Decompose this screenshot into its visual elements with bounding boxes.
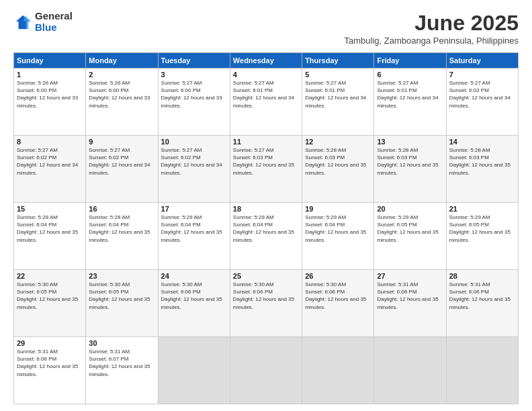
logo: General Blue — [13, 11, 73, 33]
page: General Blue June 2025 Tambulig, Zamboan… — [0, 0, 532, 411]
table-row: 22Sunrise: 5:30 AMSunset: 6:05 PMDayligh… — [14, 270, 86, 337]
table-row: 20Sunrise: 5:29 AMSunset: 6:05 PMDayligh… — [374, 203, 446, 270]
table-row: 5Sunrise: 5:27 AMSunset: 6:01 PMDaylight… — [302, 68, 374, 136]
table-row: 15Sunrise: 5:28 AMSunset: 6:04 PMDayligh… — [14, 203, 86, 270]
day-number: 27 — [377, 272, 443, 280]
day-number: 7 — [449, 71, 515, 79]
day-info: Sunrise: 5:29 AMSunset: 6:05 PMDaylight:… — [377, 214, 443, 244]
day-number: 14 — [449, 138, 515, 146]
logo-blue-text: Blue — [35, 22, 73, 34]
day-info: Sunrise: 5:31 AMSunset: 6:06 PMDaylight:… — [449, 281, 515, 311]
day-number: 12 — [305, 138, 371, 146]
calendar-week-2: 8Sunrise: 5:27 AMSunset: 6:02 PMDaylight… — [14, 136, 519, 203]
day-info: Sunrise: 5:30 AMSunset: 6:05 PMDaylight:… — [89, 281, 154, 311]
table-row: 21Sunrise: 5:29 AMSunset: 6:05 PMDayligh… — [446, 203, 518, 270]
calendar-table: Sunday Monday Tuesday Wednesday Thursday… — [13, 52, 519, 404]
day-number: 2 — [89, 71, 154, 79]
table-row: 30Sunrise: 5:31 AMSunset: 6:07 PMDayligh… — [86, 337, 158, 404]
weekday-header-row: Sunday Monday Tuesday Wednesday Thursday… — [14, 53, 519, 68]
day-info: Sunrise: 5:27 AMSunset: 6:02 PMDaylight:… — [17, 146, 83, 177]
table-row: 18Sunrise: 5:29 AMSunset: 6:04 PMDayligh… — [230, 203, 302, 270]
day-info: Sunrise: 5:27 AMSunset: 6:01 PMDaylight:… — [377, 79, 443, 109]
day-number: 8 — [17, 138, 83, 146]
day-info: Sunrise: 5:27 AMSunset: 6:01 PMDaylight:… — [233, 79, 299, 109]
table-row — [230, 337, 302, 404]
location-title: Tambulig, Zamboanga Peninsula, Philippin… — [345, 36, 519, 46]
day-number: 10 — [161, 138, 227, 146]
day-number: 26 — [305, 272, 371, 280]
table-row — [158, 337, 230, 404]
calendar-week-3: 15Sunrise: 5:28 AMSunset: 6:04 PMDayligh… — [14, 203, 519, 270]
table-row: 1Sunrise: 5:26 AMSunset: 6:00 PMDaylight… — [14, 68, 86, 136]
month-title: June 2025 — [345, 11, 519, 36]
day-number: 4 — [233, 71, 299, 79]
day-info: Sunrise: 5:29 AMSunset: 6:04 PMDaylight:… — [161, 214, 227, 244]
day-info: Sunrise: 5:28 AMSunset: 6:03 PMDaylight:… — [449, 146, 515, 177]
header-monday: Monday — [86, 53, 158, 68]
day-number: 28 — [449, 272, 515, 280]
logo-text: General Blue — [35, 11, 73, 33]
day-number: 22 — [17, 272, 83, 280]
day-number: 25 — [233, 272, 299, 280]
table-row: 9Sunrise: 5:27 AMSunset: 6:02 PMDaylight… — [86, 136, 158, 203]
header-thursday: Thursday — [302, 53, 374, 68]
day-info: Sunrise: 5:28 AMSunset: 6:04 PMDaylight:… — [89, 214, 154, 244]
table-row: 14Sunrise: 5:28 AMSunset: 6:03 PMDayligh… — [446, 136, 518, 203]
table-row: 4Sunrise: 5:27 AMSunset: 6:01 PMDaylight… — [230, 68, 302, 136]
table-row: 19Sunrise: 5:29 AMSunset: 6:04 PMDayligh… — [302, 203, 374, 270]
logo-icon — [13, 13, 32, 32]
table-row: 10Sunrise: 5:27 AMSunset: 6:02 PMDayligh… — [158, 136, 230, 203]
header-friday: Friday — [374, 53, 446, 68]
day-info: Sunrise: 5:27 AMSunset: 6:02 PMDaylight:… — [449, 79, 515, 109]
day-info: Sunrise: 5:27 AMSunset: 6:00 PMDaylight:… — [161, 79, 227, 109]
table-row: 2Sunrise: 5:26 AMSunset: 6:00 PMDaylight… — [86, 68, 158, 136]
logo-general-text: General — [35, 11, 73, 22]
day-info: Sunrise: 5:30 AMSunset: 6:06 PMDaylight:… — [233, 281, 299, 311]
table-row: 3Sunrise: 5:27 AMSunset: 6:00 PMDaylight… — [158, 68, 230, 136]
calendar-week-5: 29Sunrise: 5:31 AMSunset: 6:06 PMDayligh… — [14, 337, 519, 404]
day-number: 21 — [449, 205, 515, 213]
table-row — [302, 337, 374, 404]
day-number: 23 — [89, 272, 154, 280]
calendar-week-1: 1Sunrise: 5:26 AMSunset: 6:00 PMDaylight… — [14, 68, 519, 136]
table-row: 13Sunrise: 5:28 AMSunset: 6:03 PMDayligh… — [374, 136, 446, 203]
day-info: Sunrise: 5:26 AMSunset: 6:00 PMDaylight:… — [17, 79, 83, 109]
table-row: 29Sunrise: 5:31 AMSunset: 6:06 PMDayligh… — [14, 337, 86, 404]
day-info: Sunrise: 5:31 AMSunset: 6:06 PMDaylight:… — [17, 348, 83, 378]
day-info: Sunrise: 5:27 AMSunset: 6:02 PMDaylight:… — [89, 146, 154, 177]
day-number: 5 — [305, 71, 371, 79]
day-number: 29 — [17, 339, 83, 347]
day-info: Sunrise: 5:28 AMSunset: 6:03 PMDaylight:… — [305, 146, 371, 177]
day-number: 13 — [377, 138, 443, 146]
day-info: Sunrise: 5:30 AMSunset: 6:05 PMDaylight:… — [17, 281, 83, 311]
day-info: Sunrise: 5:26 AMSunset: 6:00 PMDaylight:… — [89, 79, 154, 109]
day-info: Sunrise: 5:27 AMSunset: 6:03 PMDaylight:… — [233, 146, 299, 177]
day-info: Sunrise: 5:30 AMSunset: 6:06 PMDaylight:… — [305, 281, 371, 311]
day-number: 30 — [89, 339, 154, 347]
day-number: 3 — [161, 71, 227, 79]
table-row: 28Sunrise: 5:31 AMSunset: 6:06 PMDayligh… — [446, 270, 518, 337]
table-row — [446, 337, 518, 404]
header-tuesday: Tuesday — [158, 53, 230, 68]
day-info: Sunrise: 5:31 AMSunset: 6:06 PMDaylight:… — [377, 281, 443, 311]
day-info: Sunrise: 5:28 AMSunset: 6:04 PMDaylight:… — [17, 214, 83, 244]
day-info: Sunrise: 5:29 AMSunset: 6:04 PMDaylight:… — [305, 214, 371, 244]
day-info: Sunrise: 5:29 AMSunset: 6:04 PMDaylight:… — [233, 214, 299, 244]
day-number: 20 — [377, 205, 443, 213]
table-row: 11Sunrise: 5:27 AMSunset: 6:03 PMDayligh… — [230, 136, 302, 203]
day-number: 11 — [233, 138, 299, 146]
day-number: 9 — [89, 138, 154, 146]
header-saturday: Saturday — [446, 53, 518, 68]
table-row: 7Sunrise: 5:27 AMSunset: 6:02 PMDaylight… — [446, 68, 518, 136]
day-info: Sunrise: 5:31 AMSunset: 6:07 PMDaylight:… — [89, 348, 154, 378]
table-row: 24Sunrise: 5:30 AMSunset: 6:06 PMDayligh… — [158, 270, 230, 337]
table-row: 17Sunrise: 5:29 AMSunset: 6:04 PMDayligh… — [158, 203, 230, 270]
day-info: Sunrise: 5:27 AMSunset: 6:02 PMDaylight:… — [161, 146, 227, 177]
table-row: 23Sunrise: 5:30 AMSunset: 6:05 PMDayligh… — [86, 270, 158, 337]
day-number: 15 — [17, 205, 83, 213]
table-row: 27Sunrise: 5:31 AMSunset: 6:06 PMDayligh… — [374, 270, 446, 337]
title-block: June 2025 Tambulig, Zamboanga Peninsula,… — [345, 11, 519, 46]
table-row: 25Sunrise: 5:30 AMSunset: 6:06 PMDayligh… — [230, 270, 302, 337]
calendar-week-4: 22Sunrise: 5:30 AMSunset: 6:05 PMDayligh… — [14, 270, 519, 337]
header: General Blue June 2025 Tambulig, Zamboan… — [13, 11, 519, 46]
